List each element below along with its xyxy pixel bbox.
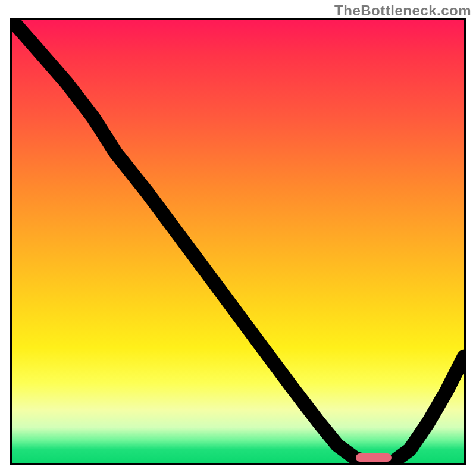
plot-frame — [10, 18, 466, 465]
stage: TheBottleneck.com — [0, 0, 476, 476]
watermark-text: TheBottleneck.com — [334, 2, 471, 19]
optimal-range-marker — [356, 453, 392, 462]
bottleneck-curve — [12, 20, 464, 463]
curve-svg — [12, 20, 464, 463]
